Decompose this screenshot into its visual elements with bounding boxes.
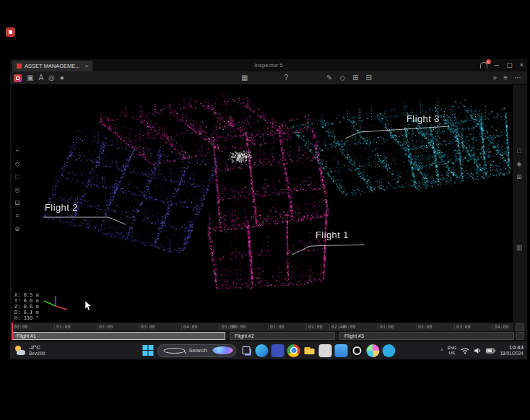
- file-explorer-icon[interactable]: [303, 344, 316, 357]
- timeline-options[interactable]: [516, 323, 524, 340]
- notes-icon[interactable]: [319, 344, 332, 357]
- app-window: ASSET MANAGEME... × Inspector 5 0 ─ ▢ × …: [10, 59, 527, 341]
- help-icon[interactable]: ?: [284, 71, 288, 84]
- copilot-icon[interactable]: [213, 346, 233, 354]
- menu-list-icon[interactable]: ≡: [503, 71, 508, 84]
- tab-app-icon: [17, 64, 22, 69]
- edge-browser-icon[interactable]: [256, 344, 269, 357]
- timeline-tick: 01:00: [378, 324, 394, 330]
- teams-icon[interactable]: [271, 344, 284, 357]
- language-switcher[interactable]: ENG US: [447, 346, 456, 355]
- layer-panel-icon[interactable]: ⊞: [515, 172, 524, 181]
- tray-chevron-up-icon[interactable]: ^: [440, 348, 443, 353]
- list-tool-icon[interactable]: ≡: [13, 211, 22, 220]
- annotate-text-icon[interactable]: A: [38, 71, 43, 84]
- timeline-tick: 01:00: [268, 324, 284, 330]
- start-button[interactable]: [142, 344, 155, 356]
- task-view-icon[interactable]: [240, 344, 253, 357]
- search-icon: [164, 348, 186, 354]
- more-options-icon[interactable]: ⋯: [514, 71, 521, 84]
- delete-icon[interactable]: ⊟: [365, 71, 371, 84]
- timeline-tick: 04:00: [181, 324, 198, 330]
- left-tool-rail: +◇□◎⊟≡⊕: [13, 146, 22, 233]
- timeline-tick: 00:00: [12, 324, 28, 330]
- search-input[interactable]: Search: [157, 344, 237, 357]
- weather-desc: Bewölkt: [29, 351, 45, 356]
- wifi-icon[interactable]: [461, 347, 469, 354]
- view-presets-icon[interactable]: ◈: [515, 159, 524, 168]
- add-annotation-icon[interactable]: ⊕: [13, 224, 22, 233]
- timeline-ruler[interactable]: 00:0001:0002:0003:0004:0005:0000:0001:00…: [12, 323, 513, 332]
- maximize-button[interactable]: ▢: [506, 59, 513, 71]
- timeline-tick: 02:00: [97, 324, 113, 330]
- sphere-view-icon[interactable]: ●: [60, 71, 64, 84]
- timeline-tick: 03:00: [454, 324, 471, 330]
- clock[interactable]: 10:43 18/01/2024: [500, 344, 524, 356]
- tab-title: ASSET MANAGEME...: [25, 63, 80, 69]
- point-cloud-canvas[interactable]: [12, 84, 513, 323]
- timeline[interactable]: 00:0001:0002:0003:0004:0005:0000:0001:00…: [12, 323, 513, 341]
- timeline-tick: 02:00: [416, 324, 433, 330]
- screenshot-tool-icon[interactable]: ▥: [515, 243, 524, 252]
- store-icon[interactable]: [335, 344, 348, 357]
- timeline-tick: 01:00: [54, 324, 71, 330]
- flight-track[interactable]: Flight #1: [12, 332, 225, 340]
- view-cube-icon[interactable]: ▣: [27, 71, 33, 84]
- orbit-tool-icon[interactable]: ◎: [13, 185, 22, 194]
- taskbar: -2°C Bewölkt Search ^ ENG US: [10, 341, 527, 359]
- weather-temp: -2°C: [29, 345, 45, 351]
- select-tool-icon[interactable]: +: [13, 146, 22, 155]
- measure-tool-icon[interactable]: ◇: [13, 159, 22, 168]
- save-icon[interactable]: ⊞: [352, 71, 358, 84]
- notification-badge: 0: [486, 59, 491, 64]
- app-logo-icon[interactable]: [14, 74, 22, 82]
- coordinates-readout: X: 0.5 mY: 6.0 mZ: 0.6 mD: 6.1 mH: 330 °: [14, 292, 39, 321]
- tab-close-icon[interactable]: ×: [85, 63, 89, 69]
- weather-widget[interactable]: -2°C Bewölkt: [14, 341, 45, 359]
- screen: ASSET MANAGEME... × Inspector 5 0 ─ ▢ × …: [0, 0, 530, 420]
- recording-indicator[interactable]: [6, 27, 15, 37]
- volume-icon[interactable]: [474, 347, 482, 354]
- titlebar[interactable]: ASSET MANAGEME... × Inspector 5 0 ─ ▢ ×: [10, 59, 527, 71]
- paint-icon[interactable]: [367, 344, 380, 357]
- close-button[interactable]: ×: [520, 59, 524, 71]
- obs-studio-icon[interactable]: [351, 344, 364, 357]
- minimize-button[interactable]: ─: [495, 59, 499, 71]
- timeline-tick: 00:00: [339, 324, 356, 330]
- search-label: Search: [189, 347, 209, 354]
- weather-icon: [14, 346, 26, 356]
- flight-track[interactable]: Flight #2: [230, 332, 335, 340]
- slice-tool-icon[interactable]: ⊟: [13, 198, 22, 207]
- battery-icon[interactable]: [486, 348, 495, 354]
- document-tab[interactable]: ASSET MANAGEME... ×: [12, 61, 92, 71]
- chrome-browser-icon[interactable]: [287, 344, 300, 357]
- marker-tool-icon[interactable]: □: [13, 172, 22, 181]
- flight-track[interactable]: Flight #3: [339, 332, 514, 340]
- messenger-icon[interactable]: [383, 344, 396, 357]
- edit-icon[interactable]: ✎: [326, 71, 332, 84]
- viewport-3d[interactable]: Flight 3Flight 2Flight 1 X: 0.5 mY: 6.0 …: [12, 84, 513, 323]
- fit-view-icon[interactable]: □: [515, 146, 524, 155]
- duplicate-icon[interactable]: ▦: [241, 71, 248, 84]
- timeline-tick: 04:00: [492, 324, 509, 330]
- expand-panels-icon[interactable]: »: [493, 71, 498, 84]
- orbit-mode-icon[interactable]: ◎: [48, 71, 55, 84]
- timeline-tick: 02:00: [306, 324, 323, 330]
- playhead[interactable]: [12, 323, 13, 340]
- right-tool-rail: □◈⊞▥: [513, 146, 525, 252]
- main-toolbar: ▣A◎● ▦? ✎◇⊞⊟ »≡⋯: [10, 71, 527, 85]
- notifications-icon[interactable]: 0: [480, 62, 487, 69]
- polygon-select-icon[interactable]: ◇: [339, 71, 345, 84]
- timeline-tick: 00:00: [230, 324, 246, 330]
- timeline-tick: 03:00: [139, 324, 155, 330]
